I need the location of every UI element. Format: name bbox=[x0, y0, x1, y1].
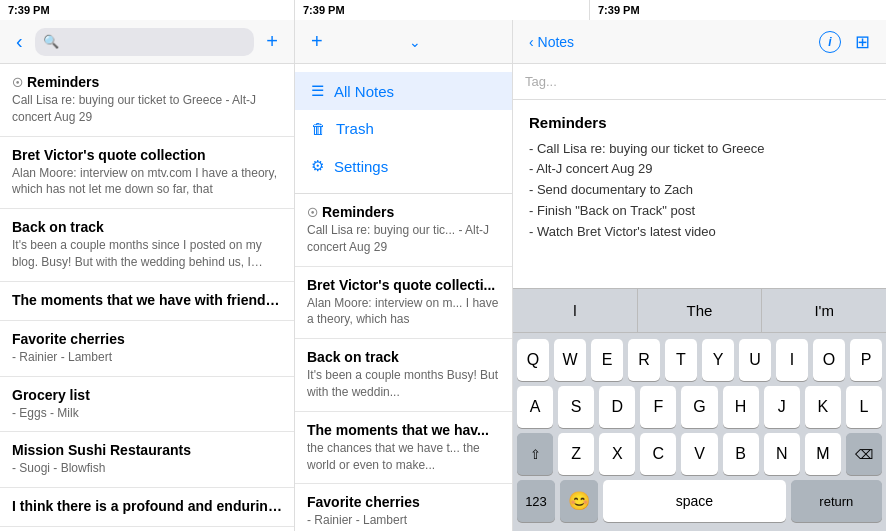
note-item-reminders-2[interactable]: ☉Reminders Call Lisa re: buying our tic.… bbox=[295, 194, 512, 267]
back-to-notes-button[interactable]: ‹ Notes bbox=[523, 34, 580, 50]
key-p[interactable]: P bbox=[850, 339, 882, 381]
reminder-line-1: - Call Lisa re: buying our ticket to Gre… bbox=[529, 139, 870, 160]
suggestion-1[interactable]: l bbox=[513, 289, 638, 332]
key-k[interactable]: K bbox=[805, 386, 841, 428]
notes-list-panel1: ☉Reminders Call Lisa re: buying our tick… bbox=[0, 64, 294, 531]
suggestion-3[interactable]: I'm bbox=[762, 289, 886, 332]
sort-button[interactable]: ⌄ bbox=[403, 34, 427, 50]
key-g[interactable]: G bbox=[681, 386, 717, 428]
toolbar-panel2: + ⌄ bbox=[295, 20, 512, 64]
key-q[interactable]: Q bbox=[517, 339, 549, 381]
key-s[interactable]: S bbox=[558, 386, 594, 428]
key-delete[interactable]: ⌫ bbox=[846, 433, 882, 475]
folder-trash[interactable]: 🗑 Trash bbox=[295, 110, 512, 147]
status-bar-2: 7:39 PM bbox=[295, 0, 590, 20]
key-space[interactable]: space bbox=[603, 480, 786, 522]
note-item-moments-2[interactable]: The moments that we hav... the chances t… bbox=[295, 412, 512, 485]
reminder-icon-2: ☉ bbox=[307, 206, 318, 220]
key-b[interactable]: B bbox=[723, 433, 759, 475]
key-o[interactable]: O bbox=[813, 339, 845, 381]
key-y[interactable]: Y bbox=[702, 339, 734, 381]
key-emoji[interactable]: 😊 bbox=[560, 480, 598, 522]
settings-icon: ⚙ bbox=[311, 157, 324, 175]
note-item-back-2[interactable]: Back on track It's been a couple months … bbox=[295, 339, 512, 412]
note-detail-title: Reminders bbox=[529, 112, 870, 135]
note-item-cherries-2[interactable]: Favorite cherries - Rainier - Lambert bbox=[295, 484, 512, 531]
reminder-line-5: - Watch Bret Victor's latest video bbox=[529, 222, 870, 243]
key-row-1: Q W E R T Y U I O P bbox=[517, 339, 882, 381]
key-a[interactable]: A bbox=[517, 386, 553, 428]
time-2: 7:39 PM bbox=[303, 4, 345, 16]
reminder-icon: ☉ bbox=[12, 76, 23, 90]
reminder-line-2: - Alt-J concert Aug 29 bbox=[529, 159, 870, 180]
back-button-panel1[interactable]: ‹ bbox=[10, 30, 29, 53]
key-v[interactable]: V bbox=[681, 433, 717, 475]
note-item-bret-2[interactable]: Bret Victor's quote collecti... Alan Moo… bbox=[295, 267, 512, 340]
key-m[interactable]: M bbox=[805, 433, 841, 475]
key-row-2: A S D F G H J K L bbox=[517, 386, 882, 428]
key-w[interactable]: W bbox=[554, 339, 586, 381]
key-l[interactable]: L bbox=[846, 386, 882, 428]
add-note-button-panel1[interactable]: + bbox=[260, 30, 284, 53]
info-button[interactable]: i bbox=[819, 31, 841, 53]
keyboard-rows: Q W E R T Y U I O P A S D F G H bbox=[513, 333, 886, 531]
key-j[interactable]: J bbox=[764, 386, 800, 428]
key-shift[interactable]: ⇧ bbox=[517, 433, 553, 475]
tag-bar[interactable]: Tag... bbox=[513, 64, 886, 100]
key-u[interactable]: U bbox=[739, 339, 771, 381]
status-bar-3: 7:39 PM bbox=[590, 0, 886, 20]
folder-all-notes[interactable]: ☰ All Notes bbox=[295, 72, 512, 110]
grid-view-button[interactable]: ⊞ bbox=[849, 31, 876, 53]
keyboard-suggestions: l The I'm bbox=[513, 289, 886, 333]
time-3: 7:39 PM bbox=[598, 4, 640, 16]
toolbar-panel1: ‹ 🔍 + bbox=[0, 20, 294, 64]
note-item-cherries-1[interactable]: Favorite cherries - Rainier - Lambert bbox=[0, 321, 294, 377]
trash-icon: 🗑 bbox=[311, 120, 326, 137]
key-d[interactable]: D bbox=[599, 386, 635, 428]
note-item-moments-1[interactable]: The moments that we have with friends an… bbox=[0, 282, 294, 321]
add-note-button-panel2[interactable]: + bbox=[305, 30, 329, 53]
panel-all-notes: + ⌄ ☰ All Notes 🗑 Trash ⚙ Settings ☉Remi… bbox=[295, 20, 513, 531]
tag-placeholder: Tag... bbox=[525, 74, 557, 89]
key-row-3: ⇧ Z X C V B N M ⌫ bbox=[517, 433, 882, 475]
key-e[interactable]: E bbox=[591, 339, 623, 381]
folder-settings[interactable]: ⚙ Settings bbox=[295, 147, 512, 185]
suggestion-2[interactable]: The bbox=[638, 289, 763, 332]
search-bar[interactable]: 🔍 bbox=[35, 28, 255, 56]
key-z[interactable]: Z bbox=[558, 433, 594, 475]
note-item-reminders-1[interactable]: ☉Reminders Call Lisa re: buying our tick… bbox=[0, 64, 294, 137]
note-item-sushi-1[interactable]: Mission Sushi Restaurants - Suogi - Blow… bbox=[0, 432, 294, 488]
all-notes-icon: ☰ bbox=[311, 82, 324, 100]
note-item-beauty-1[interactable]: I think there is a profound and enduring… bbox=[0, 488, 294, 527]
toolbar-panel3: ‹ Notes i ⊞ bbox=[513, 20, 886, 64]
key-h[interactable]: H bbox=[723, 386, 759, 428]
panel-note-detail: ‹ Notes i ⊞ Tag... Reminders - Call Lisa… bbox=[513, 20, 886, 531]
reminder-line-3: - Send documentary to Zach bbox=[529, 180, 870, 201]
time-1: 7:39 PM bbox=[8, 4, 50, 16]
key-row-4: 123 😊 space return bbox=[517, 480, 882, 522]
folder-list: ☰ All Notes 🗑 Trash ⚙ Settings bbox=[295, 64, 512, 193]
keyboard: l The I'm Q W E R T Y U I O P A bbox=[513, 288, 886, 531]
note-item-back-on-track-1[interactable]: Back on track It's been a couple months … bbox=[0, 209, 294, 282]
key-t[interactable]: T bbox=[665, 339, 697, 381]
key-n[interactable]: N bbox=[764, 433, 800, 475]
key-i[interactable]: I bbox=[776, 339, 808, 381]
note-content-area[interactable]: Reminders - Call Lisa re: buying our tic… bbox=[513, 100, 886, 288]
note-item-grocery-1[interactable]: Grocery list - Eggs - Milk bbox=[0, 377, 294, 433]
key-x[interactable]: X bbox=[599, 433, 635, 475]
key-r[interactable]: R bbox=[628, 339, 660, 381]
key-c[interactable]: C bbox=[640, 433, 676, 475]
note-item-bret-1[interactable]: Bret Victor's quote collection Alan Moor… bbox=[0, 137, 294, 210]
reminder-line-4: - Finish "Back on Track" post bbox=[529, 201, 870, 222]
key-f[interactable]: F bbox=[640, 386, 676, 428]
search-icon: 🔍 bbox=[43, 34, 59, 49]
key-return[interactable]: return bbox=[791, 480, 882, 522]
panel-notes-list: ‹ 🔍 + ☉Reminders Call Lisa re: buying ou… bbox=[0, 20, 295, 531]
status-bar-1: 7:39 PM bbox=[0, 0, 295, 20]
key-num[interactable]: 123 bbox=[517, 480, 555, 522]
